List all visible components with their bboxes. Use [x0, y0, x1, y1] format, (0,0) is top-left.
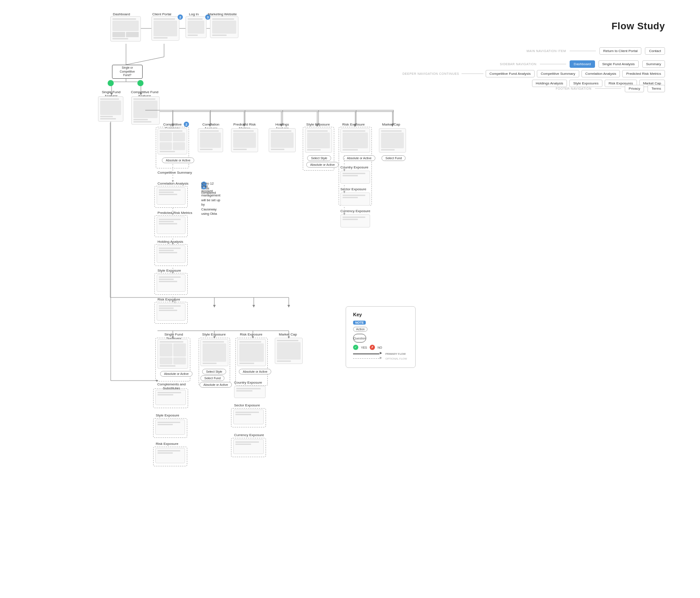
single-fund-wireframe	[98, 96, 123, 122]
abs-active-lower-btn[interactable]: Absolute or Active	[160, 371, 192, 377]
currency-exp-upper-label: Currency Exposure	[340, 209, 370, 213]
client-portal-label: Client Portal	[152, 12, 172, 16]
main-nav-section: MAIN NAVIGATION ITEM Return to Client Po…	[526, 47, 665, 55]
competitive-fund-wireframe	[131, 96, 160, 125]
complements-wire	[155, 390, 186, 405]
summary-nav-btn[interactable]: Summary	[642, 60, 665, 68]
comp-summary-left-label: Competitive Summary	[158, 171, 192, 175]
key-yes-icon: ✓	[353, 345, 358, 350]
footer-nav-label: FOOTER NAVIGATION	[556, 87, 592, 90]
key-optional-flow-label: OPTIONAL FLOW	[385, 357, 407, 360]
note-2-bubble: 2	[178, 14, 183, 20]
style-left-label: Style Exposure	[158, 269, 181, 273]
predicted-risk-btn[interactable]: Predicted Risk Metrics	[622, 70, 665, 77]
key-no-icon: ✗	[370, 345, 375, 350]
single-fund-summary-wire	[158, 339, 188, 369]
holdings-wire	[269, 128, 296, 152]
abs-active-btn-3[interactable]: Absolute or Active	[343, 155, 375, 161]
key-note-badge: NOTE	[353, 321, 366, 325]
country-exp-label: Country Exposure	[340, 165, 368, 169]
key-title: Key	[353, 312, 408, 317]
abs-active-lower-2-btn[interactable]: Absolute or Active	[200, 382, 232, 388]
key-question-shape: Question	[353, 334, 366, 343]
key-question-label: Question	[354, 337, 366, 340]
sector-exp-upper-label: Sector Exposure	[340, 187, 366, 191]
key-optional-flow-line	[353, 358, 379, 359]
risk-lower-mid-wire	[237, 339, 266, 366]
sector-exp-lower-label: Sector Exposure	[234, 403, 260, 407]
risk-lower-mid-label: Risk Exposure	[238, 332, 264, 336]
dashboard-nav-btn[interactable]: Dashboard	[570, 60, 595, 68]
comp-summary-wire	[158, 128, 187, 154]
select-style-btn-1[interactable]: Select Style	[307, 155, 331, 161]
key-primary-flow-label: PRIMARY FLOW	[385, 353, 406, 355]
corr-left-label: Correlation Analysis	[158, 182, 189, 185]
country-exp-lower-label: Country Exposure	[234, 381, 262, 385]
country-exp-lower-wire	[234, 386, 266, 398]
marketing-label: Marketing Website	[208, 12, 237, 16]
key-primary-flow-line	[353, 353, 379, 354]
holding-left-wire	[157, 245, 186, 263]
key-box: Key NOTE Action Question ✓ YES ✗ NO PRIM…	[346, 306, 416, 368]
competitive-summary-btn[interactable]: Competitive Summary	[537, 70, 579, 77]
pred-left-label: Predicted Risk Metrics	[158, 211, 192, 215]
risk-left-label: Risk Exposure	[158, 297, 180, 301]
corr-wire	[198, 128, 223, 152]
main-nav-label: MAIN NAVIGATION ITEM	[526, 49, 566, 52]
footer-nav-section: FOOTER NAVIGATION Privacy Terms	[556, 85, 665, 92]
yes-circle-right	[137, 80, 144, 86]
market-cap-upper-wire	[379, 128, 406, 153]
decision-single-competitive: Single orCompetitiveFund?	[112, 65, 143, 79]
dashboard-label: Dashboard	[113, 12, 130, 16]
pred-risk-wire	[231, 128, 258, 152]
key-no-label: NO	[378, 346, 382, 349]
market-cap-upper-label: Market Cap	[379, 122, 403, 126]
sidebar-nav-section: SIDEBAR NAVIGATION Dashboard Single Fund…	[500, 60, 665, 68]
risk-left-wire	[157, 303, 186, 321]
key-action-label: Action	[353, 327, 368, 332]
pred-left-wire	[157, 217, 186, 234]
sidebar-nav-label: SIDEBAR NAVIGATION	[500, 63, 537, 66]
note-3-text: User account management will be set upby…	[201, 184, 220, 217]
abs-active-btn-2[interactable]: Absolute or Active	[306, 162, 339, 168]
dashboard-wireframe	[110, 16, 141, 42]
style-lower-mid-wire	[200, 339, 228, 366]
risk-lower-left-wire	[155, 448, 185, 463]
select-fund-btn-1[interactable]: Select Fund	[382, 155, 406, 161]
abs-active-lower-3-btn[interactable]: Absolute or Active	[239, 369, 271, 374]
style-lower-left-wire	[155, 420, 185, 435]
marketing-wireframe	[210, 16, 238, 38]
market-cap-lower-wire	[275, 338, 303, 364]
page-title: Flow Study	[612, 21, 665, 32]
style-lower-mid-label: Style Exposure	[201, 332, 227, 336]
style-lower-left-label: Style Exposure	[156, 413, 179, 417]
single-fund-nav-btn[interactable]: Single Fund Analysis	[598, 60, 639, 68]
abs-active-btn-1[interactable]: Absolute or Active	[162, 157, 194, 163]
contact-btn[interactable]: Contact	[645, 47, 665, 55]
privacy-btn[interactable]: Privacy	[625, 85, 644, 92]
select-fund-lower-btn[interactable]: Select Fund	[200, 375, 224, 381]
note-badge-comp-summary: 2	[184, 122, 189, 127]
return-client-portal-btn[interactable]: Return to Client Portal	[599, 47, 642, 55]
corr-left-wire	[157, 187, 186, 205]
correlation-analysis-btn[interactable]: Correlation Analysis	[581, 70, 620, 77]
key-yes-label: YES	[361, 346, 367, 349]
risk-exp-upper-wire	[340, 128, 370, 153]
risk-lower-left-label: Risk Exposure	[156, 442, 178, 446]
svg-line-5	[126, 57, 164, 65]
deeper-nav-label: DEEPER NAVIGATION CONTINUES	[402, 72, 459, 75]
holding-left-label: Holding Analysis	[158, 240, 183, 244]
style-exp-upper-wire	[305, 128, 332, 153]
yes-circle-left	[108, 80, 114, 86]
terms-btn[interactable]: Terms	[648, 85, 665, 92]
currency-exp-upper-wire	[340, 214, 370, 227]
competitive-fund-btn[interactable]: Competitive Fund Analysis	[486, 70, 535, 77]
select-style-lower-btn[interactable]: Select Style	[202, 369, 226, 374]
style-left-wire	[157, 274, 186, 292]
decision-label: Single orCompetitiveFund?	[120, 66, 135, 77]
sector-exp-lower-wire	[233, 409, 264, 424]
login-wireframe	[186, 16, 206, 38]
sector-exp-upper-wire	[340, 192, 370, 206]
currency-exp-lower-wire	[233, 439, 264, 454]
risk-exp-upper-label: Risk Exposure	[340, 122, 367, 126]
